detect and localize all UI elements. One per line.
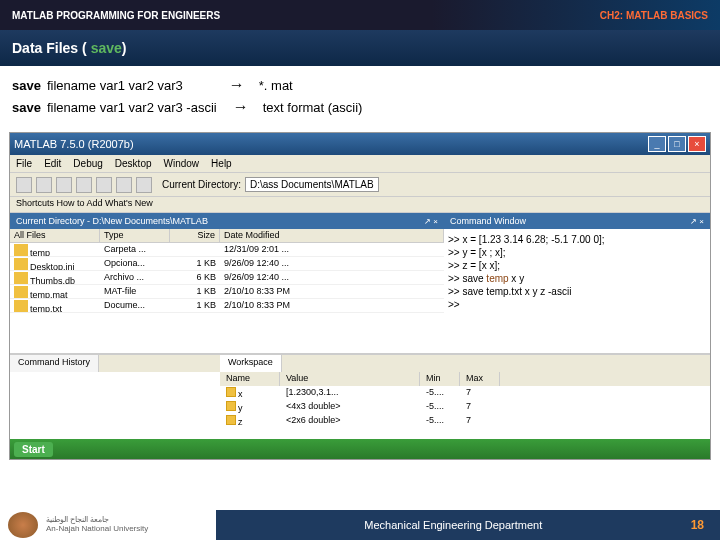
- undock-icon[interactable]: ↗: [424, 217, 431, 226]
- highlight-keyword: save: [91, 40, 122, 56]
- matlab-window: MATLAB 7.5.0 (R2007b) _ □ × File Edit De…: [9, 132, 711, 460]
- window-title: MATLAB 7.5.0 (R2007b): [14, 138, 134, 150]
- save-keyword: save: [12, 78, 41, 93]
- variable-icon: [226, 387, 236, 397]
- command-window-title: Command Window ↗×: [444, 213, 710, 229]
- syntax-examples: save filename var1 var2 var3 → *. mat sa…: [0, 66, 720, 126]
- undo-icon[interactable]: [116, 177, 132, 193]
- current-directory-title: Current Directory - D:\New Documents\MAT…: [10, 213, 444, 229]
- tab-command-history[interactable]: Command History: [10, 355, 99, 372]
- toolbar: Current Directory: D:\ass Documents\MATL…: [10, 173, 710, 197]
- university-name: جامعة النجاح الوطنية An-Najah National U…: [46, 516, 148, 534]
- curdir-label: Current Directory:: [162, 179, 241, 190]
- save-keyword: save: [12, 100, 41, 115]
- file-row[interactable]: temp.txtDocume...1 KB2/10/10 8:33 PM: [10, 299, 444, 313]
- maximize-button[interactable]: □: [668, 136, 686, 152]
- curdir-path: D:\ass Documents\MATLAB: [245, 177, 379, 192]
- file-row[interactable]: temp.matMAT-file1 KB2/10/10 8:33 PM: [10, 285, 444, 299]
- menu-desktop[interactable]: Desktop: [115, 158, 152, 169]
- tab-workspace[interactable]: Workspace: [220, 355, 282, 372]
- workspace-variable-row[interactable]: z<2x6 double>-5....7: [220, 414, 710, 428]
- shortcuts-bar[interactable]: Shortcuts How to Add What's New: [10, 197, 710, 213]
- close-button[interactable]: ×: [688, 136, 706, 152]
- open-icon[interactable]: [36, 177, 52, 193]
- undock-icon[interactable]: ↗: [690, 217, 697, 226]
- menu-edit[interactable]: Edit: [44, 158, 61, 169]
- file-icon: [14, 244, 28, 256]
- file-icon: [14, 300, 28, 312]
- panel-close-icon[interactable]: ×: [433, 217, 438, 226]
- window-titlebar[interactable]: MATLAB 7.5.0 (R2007b) _ □ ×: [10, 133, 710, 155]
- chapter-name: MATLAB BASICS: [626, 10, 708, 21]
- start-button[interactable]: Start: [14, 442, 53, 457]
- file-list[interactable]: All Files Type Size Date Modified tempCa…: [10, 229, 444, 353]
- paste-icon[interactable]: [96, 177, 112, 193]
- course-title: MATLAB PROGRAMMING FOR ENGINEERS: [12, 10, 220, 21]
- chapter-prefix: CH2:: [600, 10, 623, 21]
- copy-icon[interactable]: [76, 177, 92, 193]
- workspace-variable-row[interactable]: y<4x3 double>-5....7: [220, 400, 710, 414]
- file-icon: [14, 272, 28, 284]
- menu-bar: File Edit Debug Desktop Window Help: [10, 155, 710, 173]
- windows-taskbar[interactable]: Start: [10, 439, 710, 459]
- redo-icon[interactable]: [136, 177, 152, 193]
- variable-icon: [226, 401, 236, 411]
- menu-debug[interactable]: Debug: [73, 158, 102, 169]
- file-row[interactable]: Desktop.iniOpciona...1 KB9/26/09 12:40 .…: [10, 257, 444, 271]
- file-icon: [14, 286, 28, 298]
- file-row[interactable]: tempCarpeta ...12/31/09 2:01 ...: [10, 243, 444, 257]
- minimize-button[interactable]: _: [648, 136, 666, 152]
- university-logo-icon: [8, 512, 38, 538]
- command-history-panel[interactable]: Command History: [10, 354, 220, 439]
- cut-icon[interactable]: [56, 177, 72, 193]
- department-name: Mechanical Engineering Department: [216, 519, 691, 531]
- menu-window[interactable]: Window: [164, 158, 200, 169]
- new-icon[interactable]: [16, 177, 32, 193]
- arrow-icon: →: [229, 76, 245, 94]
- workspace-panel[interactable]: Workspace Name Value Min Max x[1.2300,3.…: [220, 354, 710, 439]
- page-number: 18: [691, 518, 720, 532]
- workspace-variable-row[interactable]: x[1.2300,3.1...-5....7: [220, 386, 710, 400]
- arrow-icon: →: [233, 98, 249, 116]
- file-row[interactable]: Thumbs.dbArchivo ...6 KB9/26/09 12:40 ..…: [10, 271, 444, 285]
- chapter-label: CH2: MATLAB BASICS: [600, 10, 708, 21]
- variable-icon: [226, 415, 236, 425]
- panel-close-icon[interactable]: ×: [699, 217, 704, 226]
- slide-footer: جامعة النجاح الوطنية An-Najah National U…: [0, 510, 720, 540]
- slide-title: Data Files ( save ): [0, 30, 720, 66]
- command-window[interactable]: >> x = [1.23 3.14 6.28; -5.1 7.00 0]; >>…: [444, 229, 710, 353]
- menu-file[interactable]: File: [16, 158, 32, 169]
- file-icon: [14, 258, 28, 270]
- menu-help[interactable]: Help: [211, 158, 232, 169]
- slide-header: MATLAB PROGRAMMING FOR ENGINEERS CH2: MA…: [0, 0, 720, 30]
